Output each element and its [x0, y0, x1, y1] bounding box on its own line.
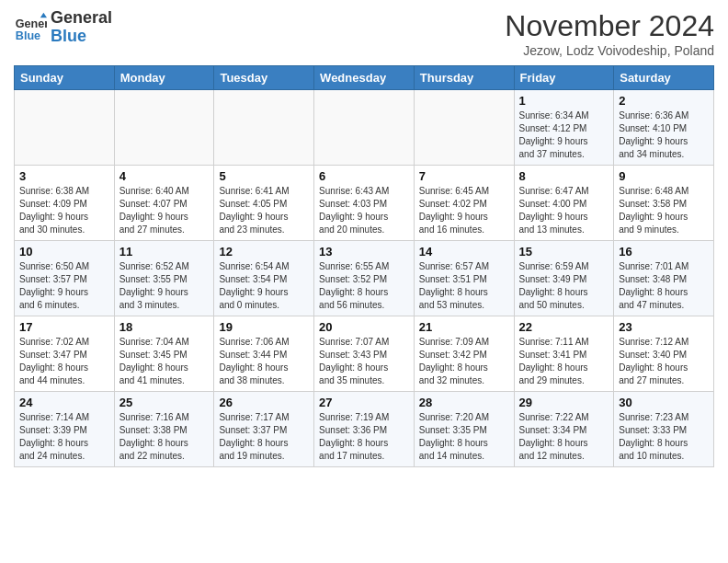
logo-blue-text: Blue	[51, 28, 112, 46]
day-info: Sunrise: 7:07 AM Sunset: 3:43 PM Dayligh…	[319, 336, 409, 387]
day-number: 6	[319, 169, 409, 183]
day-info: Sunrise: 6:54 AM Sunset: 3:54 PM Dayligh…	[219, 260, 309, 312]
col-header-tuesday: Tuesday	[214, 66, 314, 90]
week-row-1: 1Sunrise: 6:34 AM Sunset: 4:12 PM Daylig…	[15, 90, 714, 166]
calendar-cell: 19Sunrise: 7:06 AM Sunset: 3:44 PM Dayli…	[214, 316, 314, 392]
logo-text: General Blue	[51, 9, 112, 46]
day-info: Sunrise: 6:48 AM Sunset: 3:58 PM Dayligh…	[619, 185, 709, 236]
calendar-cell: 5Sunrise: 6:41 AM Sunset: 4:05 PM Daylig…	[214, 166, 314, 241]
col-header-friday: Friday	[514, 66, 614, 90]
day-info: Sunrise: 6:34 AM Sunset: 4:12 PM Dayligh…	[519, 109, 609, 161]
day-number: 15	[519, 245, 609, 259]
day-number: 21	[419, 320, 509, 334]
calendar-cell: 1Sunrise: 6:34 AM Sunset: 4:12 PM Daylig…	[514, 90, 614, 166]
calendar-cell: 7Sunrise: 6:45 AM Sunset: 4:02 PM Daylig…	[414, 166, 514, 241]
day-number: 26	[219, 396, 309, 409]
day-info: Sunrise: 7:06 AM Sunset: 3:44 PM Dayligh…	[219, 336, 309, 387]
day-info: Sunrise: 7:01 AM Sunset: 3:48 PM Dayligh…	[619, 260, 709, 312]
calendar-cell: 11Sunrise: 6:52 AM Sunset: 3:55 PM Dayli…	[114, 241, 214, 316]
calendar-subtitle: Jezow, Lodz Voivodeship, Poland	[505, 43, 714, 58]
day-number: 24	[19, 396, 109, 409]
day-number: 18	[119, 320, 210, 334]
calendar-cell: 3Sunrise: 6:38 AM Sunset: 4:09 PM Daylig…	[15, 166, 115, 241]
day-info: Sunrise: 6:40 AM Sunset: 4:07 PM Dayligh…	[119, 185, 210, 236]
calendar-cell: 21Sunrise: 7:09 AM Sunset: 3:42 PM Dayli…	[414, 316, 514, 392]
day-info: Sunrise: 7:19 AM Sunset: 3:36 PM Dayligh…	[319, 411, 409, 463]
calendar-cell	[314, 90, 415, 166]
calendar-cell	[15, 90, 115, 166]
calendar-cell	[214, 90, 314, 166]
logo-general-text: General	[51, 9, 112, 28]
day-info: Sunrise: 7:23 AM Sunset: 3:33 PM Dayligh…	[619, 411, 709, 463]
calendar-cell: 16Sunrise: 7:01 AM Sunset: 3:48 PM Dayli…	[614, 241, 714, 316]
calendar-cell: 28Sunrise: 7:20 AM Sunset: 3:35 PM Dayli…	[414, 392, 514, 467]
day-info: Sunrise: 6:47 AM Sunset: 4:00 PM Dayligh…	[519, 185, 609, 236]
calendar-cell: 18Sunrise: 7:04 AM Sunset: 3:45 PM Dayli…	[114, 316, 214, 392]
calendar-cell: 12Sunrise: 6:54 AM Sunset: 3:54 PM Dayli…	[214, 241, 314, 316]
calendar-cell	[414, 90, 514, 166]
calendar-cell: 17Sunrise: 7:02 AM Sunset: 3:47 PM Dayli…	[15, 316, 115, 392]
day-info: Sunrise: 7:16 AM Sunset: 3:38 PM Dayligh…	[119, 411, 210, 463]
week-row-4: 17Sunrise: 7:02 AM Sunset: 3:47 PM Dayli…	[15, 316, 714, 392]
logo: General Blue General Blue	[14, 9, 112, 46]
calendar-cell: 23Sunrise: 7:12 AM Sunset: 3:40 PM Dayli…	[614, 316, 714, 392]
day-info: Sunrise: 6:38 AM Sunset: 4:09 PM Dayligh…	[19, 185, 109, 236]
day-info: Sunrise: 6:52 AM Sunset: 3:55 PM Dayligh…	[119, 260, 210, 312]
header-row: SundayMondayTuesdayWednesdayThursdayFrid…	[15, 66, 714, 90]
day-number: 30	[619, 396, 709, 409]
day-number: 4	[119, 169, 210, 183]
calendar-table: SundayMondayTuesdayWednesdayThursdayFrid…	[14, 65, 714, 467]
day-info: Sunrise: 6:59 AM Sunset: 3:49 PM Dayligh…	[519, 260, 609, 312]
calendar-title: November 2024	[505, 9, 714, 43]
day-info: Sunrise: 7:02 AM Sunset: 3:47 PM Dayligh…	[19, 336, 109, 387]
day-number: 8	[519, 169, 609, 183]
day-number: 19	[219, 320, 309, 334]
calendar-cell: 25Sunrise: 7:16 AM Sunset: 3:38 PM Dayli…	[114, 392, 214, 467]
day-info: Sunrise: 6:57 AM Sunset: 3:51 PM Dayligh…	[419, 260, 509, 312]
page-header: General Blue General Blue November 2024 …	[14, 9, 714, 58]
day-info: Sunrise: 7:20 AM Sunset: 3:35 PM Dayligh…	[419, 411, 509, 463]
day-info: Sunrise: 7:09 AM Sunset: 3:42 PM Dayligh…	[419, 336, 509, 387]
day-number: 5	[219, 169, 309, 183]
calendar-cell: 2Sunrise: 6:36 AM Sunset: 4:10 PM Daylig…	[614, 90, 714, 166]
day-info: Sunrise: 7:04 AM Sunset: 3:45 PM Dayligh…	[119, 336, 210, 387]
day-info: Sunrise: 6:41 AM Sunset: 4:05 PM Dayligh…	[219, 185, 309, 236]
day-number: 17	[19, 320, 109, 334]
svg-marker-2	[40, 13, 47, 17]
calendar-cell: 27Sunrise: 7:19 AM Sunset: 3:36 PM Dayli…	[314, 392, 415, 467]
calendar-cell: 6Sunrise: 6:43 AM Sunset: 4:03 PM Daylig…	[314, 166, 415, 241]
day-info: Sunrise: 6:50 AM Sunset: 3:57 PM Dayligh…	[19, 260, 109, 312]
day-info: Sunrise: 6:55 AM Sunset: 3:52 PM Dayligh…	[319, 260, 409, 312]
col-header-saturday: Saturday	[614, 66, 714, 90]
calendar-cell: 20Sunrise: 7:07 AM Sunset: 3:43 PM Dayli…	[314, 316, 415, 392]
day-info: Sunrise: 7:14 AM Sunset: 3:39 PM Dayligh…	[19, 411, 109, 463]
calendar-cell	[114, 90, 214, 166]
day-number: 7	[419, 169, 509, 183]
day-info: Sunrise: 7:11 AM Sunset: 3:41 PM Dayligh…	[519, 336, 609, 387]
title-area: November 2024 Jezow, Lodz Voivodeship, P…	[505, 9, 714, 58]
col-header-sunday: Sunday	[15, 66, 115, 90]
col-header-thursday: Thursday	[414, 66, 514, 90]
day-info: Sunrise: 6:36 AM Sunset: 4:10 PM Dayligh…	[619, 109, 709, 161]
day-number: 23	[619, 320, 709, 334]
day-number: 1	[519, 94, 609, 108]
week-row-2: 3Sunrise: 6:38 AM Sunset: 4:09 PM Daylig…	[15, 166, 714, 241]
calendar-cell: 26Sunrise: 7:17 AM Sunset: 3:37 PM Dayli…	[214, 392, 314, 467]
day-number: 12	[219, 245, 309, 259]
svg-text:Blue: Blue	[16, 29, 40, 41]
calendar-cell: 22Sunrise: 7:11 AM Sunset: 3:41 PM Dayli…	[514, 316, 614, 392]
week-row-5: 24Sunrise: 7:14 AM Sunset: 3:39 PM Dayli…	[15, 392, 714, 467]
calendar-cell: 15Sunrise: 6:59 AM Sunset: 3:49 PM Dayli…	[514, 241, 614, 316]
day-number: 3	[19, 169, 109, 183]
day-number: 2	[619, 94, 709, 108]
calendar-cell: 24Sunrise: 7:14 AM Sunset: 3:39 PM Dayli…	[15, 392, 115, 467]
day-info: Sunrise: 7:22 AM Sunset: 3:34 PM Dayligh…	[519, 411, 609, 463]
calendar-cell: 10Sunrise: 6:50 AM Sunset: 3:57 PM Dayli…	[15, 241, 115, 316]
day-info: Sunrise: 7:17 AM Sunset: 3:37 PM Dayligh…	[219, 411, 309, 463]
week-row-3: 10Sunrise: 6:50 AM Sunset: 3:57 PM Dayli…	[15, 241, 714, 316]
day-info: Sunrise: 7:12 AM Sunset: 3:40 PM Dayligh…	[619, 336, 709, 387]
calendar-cell: 8Sunrise: 6:47 AM Sunset: 4:00 PM Daylig…	[514, 166, 614, 241]
day-number: 9	[619, 169, 709, 183]
day-info: Sunrise: 6:43 AM Sunset: 4:03 PM Dayligh…	[319, 185, 409, 236]
day-number: 27	[319, 396, 409, 409]
